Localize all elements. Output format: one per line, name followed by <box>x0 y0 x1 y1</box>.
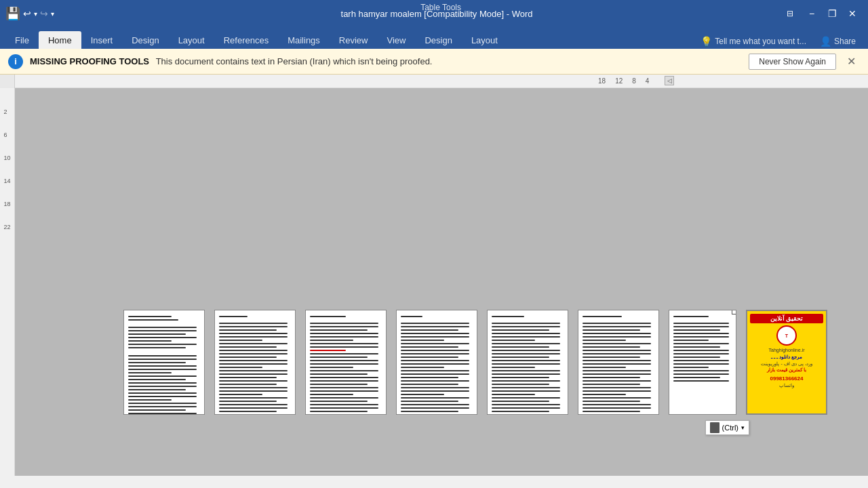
save-icon[interactable]: 💾 <box>5 6 20 21</box>
page-thumb-5[interactable] <box>487 310 568 415</box>
ad-text: Tahghighonline.ir مرجع دانلود ـ ـ ـ ورد،… <box>750 347 823 389</box>
ad-logo: T <box>776 325 797 346</box>
tab-table-design[interactable]: Design <box>415 31 461 49</box>
tab-file[interactable]: File <box>5 31 39 49</box>
table-resize-handle[interactable] <box>732 310 736 314</box>
page-thumb-4[interactable] <box>396 310 477 415</box>
ruler-num-6: 6 <box>3 131 10 138</box>
undo-icon[interactable]: ↩ <box>23 8 31 19</box>
lightbulb-icon: 💡 <box>701 36 712 47</box>
ad-title: تحقیق آنلاین <box>750 314 823 323</box>
quick-access-toolbar[interactable]: 💾 ↩ ▾ ↪ ▾ <box>5 6 87 21</box>
ruler-num-22: 22 <box>3 224 10 230</box>
page-thumb-2[interactable] <box>214 310 296 415</box>
info-bar: i MISSING PROOFING TOOLS This document c… <box>0 49 868 75</box>
share-button[interactable]: 👤 Share <box>813 34 863 49</box>
tab-view[interactable]: View <box>377 31 415 49</box>
never-show-again-button[interactable]: Never Show Again <box>749 54 836 70</box>
title-bar: 💾 ↩ ▾ ↪ ▾ tarh hamyar moalem [Compatibil… <box>0 0 868 27</box>
horizontal-ruler: 18 12 8 4 ◁ <box>15 75 868 88</box>
ruler-num-18: 18 <box>3 201 10 207</box>
ruler-numbers: 2 6 10 14 18 22 <box>3 108 10 230</box>
paste-ctrl-label: (Ctrl) <box>722 424 738 432</box>
window-controls[interactable]: ⊟ − ❐ ✕ <box>787 5 863 22</box>
undo-dropdown-icon[interactable]: ▾ <box>34 10 37 18</box>
document-area: – <box>15 88 868 476</box>
tab-mailings[interactable]: Mailings <box>278 31 330 49</box>
redo-icon[interactable]: ↪ <box>40 8 48 19</box>
tell-me-field[interactable]: 💡 Tell me what you want t... <box>694 34 813 49</box>
advertisement-page: تحقیق آنلاین T Tahghighonline.ir مرجع دا… <box>746 310 827 415</box>
ruler-num-10: 10 <box>3 155 10 161</box>
page-thumb-6[interactable] <box>578 310 659 415</box>
paste-dropdown-icon[interactable]: ▾ <box>741 424 745 431</box>
ruler-num-14: 14 <box>3 178 10 184</box>
tab-review[interactable]: Review <box>330 31 378 49</box>
tab-layout[interactable]: Layout <box>169 31 214 49</box>
page-thumb-3[interactable] <box>305 310 387 415</box>
tab-insert[interactable]: Insert <box>81 31 123 49</box>
tab-home[interactable]: Home <box>39 31 81 49</box>
minimize-button[interactable]: − <box>802 5 822 22</box>
table-tools-label: Table Tools <box>420 3 461 12</box>
tab-references[interactable]: References <box>214 31 278 49</box>
ruler-end-button[interactable]: ◁ <box>665 76 674 85</box>
restore-button[interactable]: ❐ <box>822 5 842 22</box>
info-message: MISSING PROOFING TOOLS This document con… <box>30 56 742 66</box>
ruler-mark-4: 4 <box>646 77 650 85</box>
paste-icon <box>710 422 719 433</box>
page-thumb-7[interactable] <box>669 310 736 415</box>
ruler-area: 18 12 8 4 ◁ <box>0 75 868 88</box>
ruler-mark-8: 8 <box>632 77 636 85</box>
paste-popup[interactable]: (Ctrl) ▾ <box>705 420 749 435</box>
info-icon: i <box>8 54 23 69</box>
corner-ruler <box>0 75 15 88</box>
page-thumb-1[interactable]: – <box>123 310 205 415</box>
person-icon: 👤 <box>820 36 831 47</box>
collapse-ribbon-icon[interactable]: ⊟ <box>787 9 793 18</box>
tab-design[interactable]: Design <box>122 31 168 49</box>
main-area: 2 6 10 14 18 22 <box>0 88 868 476</box>
ruler-mark-12: 12 <box>615 77 623 85</box>
customize-qat-icon[interactable]: ▾ <box>51 10 54 18</box>
close-button[interactable]: ✕ <box>842 5 863 22</box>
pages-container: – <box>123 310 827 415</box>
ribbon-tabs: File Home Insert Design Layout Reference… <box>0 27 868 49</box>
ruler-mark-18: 18 <box>598 77 606 85</box>
info-close-button[interactable]: ✕ <box>843 54 860 69</box>
tab-table-layout[interactable]: Layout <box>462 31 507 49</box>
ruler-num-2: 2 <box>3 108 10 115</box>
vertical-ruler: 2 6 10 14 18 22 <box>0 88 15 476</box>
